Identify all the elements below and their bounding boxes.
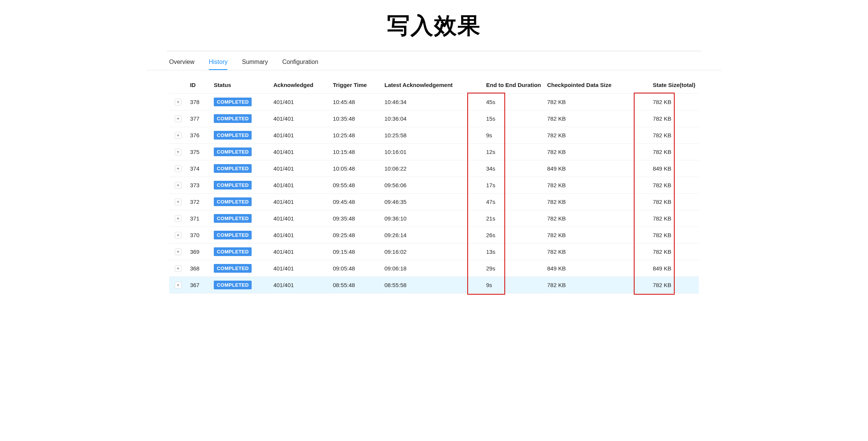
- status-badge: COMPLETED: [214, 131, 252, 140]
- checkpoint-table-wrap: ID Status Acknowledged Trigger Time Late…: [146, 70, 722, 293]
- expand-row-button[interactable]: +: [175, 132, 182, 139]
- cell-trigger-time: 09:45:48: [330, 194, 381, 210]
- cell-state-size: 782 KB: [635, 244, 699, 260]
- cell-duration: 29s: [469, 260, 544, 277]
- expand-row-button[interactable]: +: [175, 248, 182, 255]
- expand-row-button[interactable]: +: [175, 215, 182, 222]
- cell-trigger-time: 08:55:48: [330, 277, 381, 293]
- cell-id: 377: [187, 110, 211, 127]
- cell-id: 369: [187, 244, 211, 260]
- table-row: +377COMPLETED401/40110:35:4810:36:0415s7…: [169, 110, 699, 127]
- cell-latest-ack: 10:16:01: [381, 144, 469, 160]
- expand-row-button[interactable]: +: [175, 165, 182, 172]
- cell-trigger-time: 09:35:48: [330, 210, 381, 227]
- cell-checkpointed-data-size: 782 KB: [544, 94, 635, 110]
- cell-state-size: 849 KB: [635, 260, 699, 277]
- cell-duration: 17s: [469, 177, 544, 194]
- cell-state-size: 782 KB: [635, 94, 699, 110]
- page-root: 写入效果 OverviewHistorySummaryConfiguration…: [146, 0, 722, 309]
- cell-status: COMPLETED: [211, 160, 270, 177]
- cell-checkpointed-data-size: 782 KB: [544, 110, 635, 127]
- table-row: +373COMPLETED401/40109:55:4809:56:0617s7…: [169, 177, 699, 194]
- status-badge: COMPLETED: [214, 214, 252, 223]
- cell-latest-ack: 09:36:10: [381, 210, 469, 227]
- cell-acknowledged: 401/401: [270, 160, 330, 177]
- expand-row-button[interactable]: +: [175, 182, 182, 189]
- cell-state-size: 782 KB: [635, 227, 699, 244]
- cell-trigger-time: 10:45:48: [330, 94, 381, 110]
- cell-status: COMPLETED: [211, 277, 270, 293]
- col-status: Status: [211, 77, 270, 94]
- cell-state-size: 782 KB: [635, 194, 699, 210]
- status-badge: COMPLETED: [214, 114, 252, 123]
- cell-duration: 15s: [469, 110, 544, 127]
- cell-latest-ack: 09:16:02: [381, 244, 469, 260]
- expand-row-button[interactable]: +: [175, 282, 182, 289]
- status-badge: COMPLETED: [214, 98, 252, 106]
- cell-state-size: 782 KB: [635, 277, 699, 293]
- table-row: +378COMPLETED401/40110:45:4810:46:3445s7…: [169, 94, 699, 110]
- cell-status: COMPLETED: [211, 260, 270, 277]
- cell-checkpointed-data-size: 782 KB: [544, 227, 635, 244]
- cell-status: COMPLETED: [211, 94, 270, 110]
- cell-trigger-time: 10:35:48: [330, 110, 381, 127]
- status-badge: COMPLETED: [214, 164, 252, 173]
- cell-latest-ack: 09:56:06: [381, 177, 469, 194]
- table-row: +368COMPLETED401/40109:05:4809:06:1829s8…: [169, 260, 699, 277]
- tab-overview[interactable]: Overview: [169, 56, 194, 70]
- tab-history[interactable]: History: [209, 56, 228, 70]
- table-row: +370COMPLETED401/40109:25:4809:26:1426s7…: [169, 227, 699, 244]
- cell-state-size: 782 KB: [635, 210, 699, 227]
- cell-id: 373: [187, 177, 211, 194]
- table-header-row: ID Status Acknowledged Trigger Time Late…: [169, 77, 699, 94]
- cell-duration: 34s: [469, 160, 544, 177]
- cell-status: COMPLETED: [211, 110, 270, 127]
- col-acknowledged: Acknowledged: [270, 77, 330, 94]
- cell-checkpointed-data-size: 782 KB: [544, 127, 635, 144]
- status-badge: COMPLETED: [214, 264, 252, 273]
- tab-summary[interactable]: Summary: [242, 56, 268, 70]
- cell-acknowledged: 401/401: [270, 260, 330, 277]
- cell-id: 367: [187, 277, 211, 293]
- col-trigger-time: Trigger Time: [330, 77, 381, 94]
- cell-latest-ack: 10:25:58: [381, 127, 469, 144]
- expand-row-button[interactable]: +: [175, 115, 182, 122]
- cell-id: 378: [187, 94, 211, 110]
- cell-status: COMPLETED: [211, 210, 270, 227]
- cell-checkpointed-data-size: 782 KB: [544, 194, 635, 210]
- cell-id: 372: [187, 194, 211, 210]
- cell-checkpointed-data-size: 782 KB: [544, 277, 635, 293]
- cell-duration: 47s: [469, 194, 544, 210]
- cell-duration: 9s: [469, 277, 544, 293]
- cell-acknowledged: 401/401: [270, 177, 330, 194]
- cell-trigger-time: 10:15:48: [330, 144, 381, 160]
- table-row: +372COMPLETED401/40109:45:4809:46:3547s7…: [169, 194, 699, 210]
- tab-label: Summary: [242, 59, 268, 65]
- table-row: +375COMPLETED401/40110:15:4810:16:0112s7…: [169, 144, 699, 160]
- expand-row-button[interactable]: +: [175, 232, 182, 239]
- tab-label: Configuration: [282, 59, 318, 65]
- table-row: +376COMPLETED401/40110:25:4810:25:589s78…: [169, 127, 699, 144]
- col-id: ID: [187, 77, 211, 94]
- expand-row-button[interactable]: +: [175, 199, 182, 205]
- cell-trigger-time: 10:25:48: [330, 127, 381, 144]
- cell-duration: 12s: [469, 144, 544, 160]
- page-title: 写入效果: [146, 0, 722, 50]
- col-latest-ack: Latest Acknowledgement: [381, 77, 469, 94]
- cell-trigger-time: 09:55:48: [330, 177, 381, 194]
- cell-acknowledged: 401/401: [270, 227, 330, 244]
- tab-configuration[interactable]: Configuration: [282, 56, 318, 70]
- cell-latest-ack: 10:36:04: [381, 110, 469, 127]
- cell-acknowledged: 401/401: [270, 94, 330, 110]
- expand-row-button[interactable]: +: [175, 149, 182, 155]
- cell-status: COMPLETED: [211, 244, 270, 260]
- cell-acknowledged: 401/401: [270, 110, 330, 127]
- expand-row-button[interactable]: +: [175, 265, 182, 272]
- cell-acknowledged: 401/401: [270, 210, 330, 227]
- cell-checkpointed-data-size: 782 KB: [544, 177, 635, 194]
- table-row: +369COMPLETED401/40109:15:4809:16:0213s7…: [169, 244, 699, 260]
- status-badge: COMPLETED: [214, 148, 252, 156]
- col-duration: End to End Duration: [469, 77, 544, 94]
- expand-row-button[interactable]: +: [175, 99, 182, 106]
- cell-state-size: 782 KB: [635, 144, 699, 160]
